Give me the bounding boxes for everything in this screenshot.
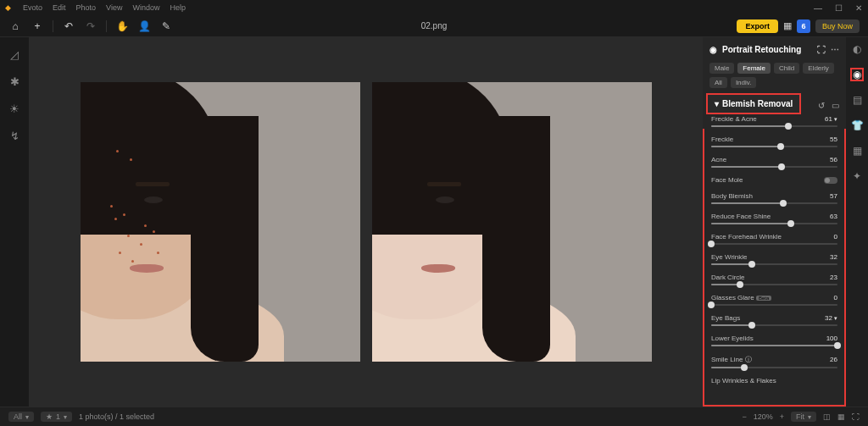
slider-value: 23 [830,274,837,281]
menu-window[interactable]: Window [132,3,159,12]
app-logo: ◆ [5,3,11,12]
slider-row: Lip Wrinkles & Flakes [711,377,837,385]
zoom-out-icon[interactable]: − [742,412,746,421]
heal-tool-icon[interactable]: ☀ [8,102,21,115]
more-icon[interactable]: ⋯ [831,45,839,54]
slider-thumb[interactable] [777,143,784,150]
app-name: Evoto [23,3,42,12]
slider-label: Eye Wrinkle [711,253,748,261]
color-icon[interactable]: ◐ [850,42,864,56]
menu-view[interactable]: View [106,3,122,12]
canvas-area[interactable] [29,37,703,407]
slider-label: Body Blemish [711,192,753,200]
slider-thumb[interactable] [708,302,715,308]
slider-row: Reduce Face Shine63 [711,213,837,224]
slider-label: Lower Eyelids [711,335,754,342]
slider-thumb[interactable] [737,281,743,288]
undo-icon[interactable]: ↶ [62,19,75,33]
compare-icon[interactable]: ◫ [823,412,831,421]
slider-label: Face Forehead Wrinkle [711,233,782,241]
fullscreen-icon[interactable]: ⛶ [852,412,860,421]
filename-label: 02.png [421,21,448,30]
slider-track[interactable] [711,304,837,306]
zoom-value[interactable]: 120% [754,412,773,421]
portrait-tool-icon[interactable]: ◉ [850,68,864,81]
slider-label: Acne [711,156,726,163]
buy-now-button[interactable]: Buy Now [815,19,860,33]
hand-tool-icon[interactable]: ✋ [115,19,129,33]
slider-thumb[interactable] [748,322,755,329]
slider-thumb[interactable] [708,241,715,247]
slider-thumb[interactable] [741,364,748,371]
slider-track[interactable] [711,345,837,346]
tab-elderly[interactable]: Elderly [803,63,833,74]
menu-edit[interactable]: Edit [53,3,66,12]
menu-help[interactable]: Help [170,3,186,12]
grid-icon[interactable]: ▦ [837,412,845,421]
redo-icon[interactable]: ↷ [84,19,97,33]
slider-track[interactable] [711,284,837,285]
add-icon[interactable]: + [31,19,44,33]
tab-child[interactable]: Child [774,63,799,74]
slider-label: Glasses Glare Beta [711,294,771,302]
slider-track[interactable] [711,324,837,326]
slider-thumb[interactable] [834,342,841,349]
slider-label: Eye Bags [711,314,740,322]
slider-track[interactable] [711,223,837,224]
sliders-container: Freckle & Acne61 ▾Freckle55Acne56Face Mo… [703,110,846,407]
filter-dropdown[interactable]: All▾ [8,412,34,422]
slider-label: Smile Line ⓘ [711,355,752,364]
reset-icon[interactable]: ↺ [818,101,825,110]
crop-tool-icon[interactable]: ◿ [8,47,21,61]
mask-tool-icon[interactable]: 👤 [137,19,151,33]
before-image [81,82,360,362]
slider-thumb[interactable] [787,220,794,227]
slider-track[interactable] [711,263,837,265]
slider-track[interactable] [711,243,837,245]
slider-label: Freckle & Acne [711,115,757,123]
zoom-in-icon[interactable]: + [780,412,784,421]
selection-info: 1 photo(s) / 1 selected [79,412,154,421]
rating-dropdown[interactable]: ★ 1▾ [41,412,72,422]
slider-track[interactable] [711,367,837,368]
curves-tool-icon[interactable]: ↯ [8,129,21,142]
tab-female[interactable]: Female [737,63,771,74]
slider-row: Lower Eyelids100 [711,335,837,346]
slider-thumb[interactable] [785,123,792,130]
layers-icon[interactable]: ▦ [850,144,864,158]
slider-track[interactable] [711,166,837,168]
slider-track[interactable] [711,146,837,147]
histogram-icon[interactable]: ▤ [850,93,864,107]
window-close[interactable]: ✕ [854,3,863,12]
home-icon[interactable]: ⌂ [8,19,22,33]
tab-indiv[interactable]: Indiv. [731,77,757,88]
adjust-tool-icon[interactable]: ✱ [8,75,21,88]
clothing-icon[interactable]: 👕 [850,119,864,132]
tab-male[interactable]: Male [709,63,734,74]
tab-all[interactable]: All [709,77,727,88]
slider-value: 57 [830,192,837,200]
export-button[interactable]: Export [737,19,778,33]
expand-icon[interactable]: ⛶ [817,45,826,54]
slider-thumb[interactable] [780,200,787,207]
save-icon[interactable]: ▦ [783,20,792,31]
slider-row: Freckle & Acne61 ▾ [711,115,837,127]
fit-dropdown[interactable]: Fit▾ [791,412,816,422]
menu-photo[interactable]: Photo [76,3,97,12]
slider-track[interactable] [711,202,837,204]
credits-badge[interactable]: 6 [797,19,810,33]
slider-row: Dark Circle23 [711,274,837,285]
slider-label: Reduce Face Shine [711,213,771,220]
brush-tool-icon[interactable]: ✎ [159,19,173,33]
slider-thumb[interactable] [748,261,755,268]
left-tool-rail: ◿ ✱ ☀ ↯ [0,37,29,407]
effects-icon[interactable]: ✦ [850,169,864,183]
toggle-switch[interactable] [824,177,837,184]
slider-value: 26 [830,356,837,363]
window-minimize[interactable]: — [814,3,822,12]
preset-icon[interactable]: ▭ [832,101,839,110]
slider-track[interactable] [711,125,837,127]
slider-thumb[interactable] [778,163,785,170]
slider-row: Body Blemish57 [711,192,837,204]
window-maximize[interactable]: ☐ [834,3,843,12]
